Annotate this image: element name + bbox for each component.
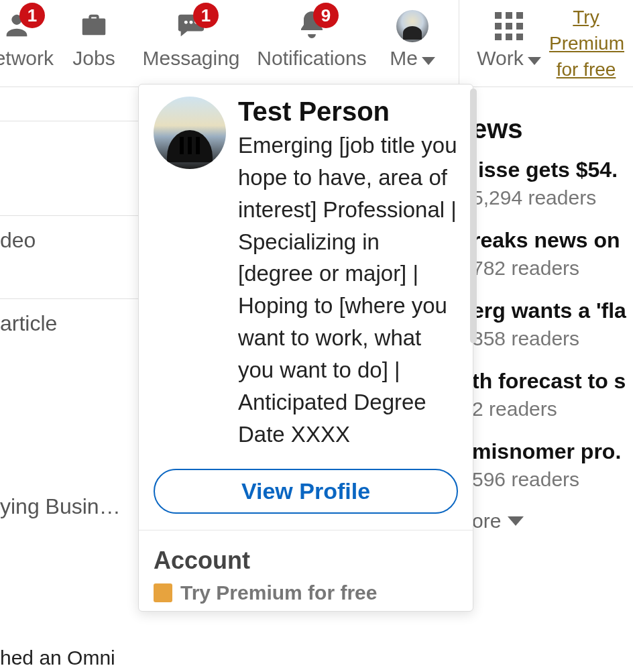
left-article[interactable]: article bbox=[0, 298, 141, 348]
nav-jobs-label: Jobs bbox=[72, 47, 115, 70]
left-video[interactable]: deo bbox=[0, 215, 141, 265]
chevron-down-icon bbox=[508, 516, 524, 526]
nav-divider bbox=[459, 0, 459, 87]
badge-messaging: 1 bbox=[193, 3, 219, 28]
briefcase-icon bbox=[76, 9, 111, 43]
profile-name: Test Person bbox=[238, 97, 458, 127]
svg-point-2 bbox=[190, 21, 193, 24]
top-nav: 1 Network Jobs 1 Messaging 9 Notificatio… bbox=[0, 0, 633, 87]
show-more[interactable]: ore bbox=[472, 510, 633, 533]
view-profile-button[interactable]: View Profile bbox=[154, 469, 458, 514]
try-premium-row[interactable]: Try Premium for free bbox=[139, 581, 473, 611]
news-meta: 5,294 readers bbox=[472, 186, 633, 209]
news-headline: misnomer pro. bbox=[472, 439, 633, 464]
nav-me[interactable]: Me bbox=[376, 0, 449, 70]
feed-fragment: hed an Omni bbox=[0, 644, 141, 672]
news-meta: 596 readers bbox=[472, 468, 633, 491]
news-headline: iisse gets $54. bbox=[472, 158, 633, 182]
news-headline: th forecast to s bbox=[472, 369, 633, 394]
chevron-down-icon bbox=[528, 57, 541, 65]
chevron-down-icon bbox=[422, 57, 435, 65]
news-meta: 2 readers bbox=[472, 398, 633, 421]
avatar-icon bbox=[396, 10, 428, 42]
show-more-label: ore bbox=[472, 510, 501, 533]
account-heading: Account bbox=[139, 530, 473, 581]
grid-icon bbox=[495, 12, 523, 40]
scrollbar[interactable] bbox=[470, 89, 477, 343]
news-meta: 358 readers bbox=[472, 327, 633, 350]
premium-icon bbox=[154, 583, 172, 602]
news-item[interactable]: th forecast to s 2 readers bbox=[472, 369, 633, 421]
svg-point-1 bbox=[184, 21, 188, 24]
profile-headline: Emerging [job title you hope to have, ar… bbox=[238, 129, 458, 450]
nav-notifications[interactable]: 9 Notifications bbox=[248, 0, 376, 70]
news-headline: erg wants a 'fla bbox=[472, 298, 633, 323]
left-business: ying Busin… bbox=[0, 482, 141, 531]
news-meta: 782 readers bbox=[472, 257, 633, 280]
me-dropdown: Test Person Emerging [job title you hope… bbox=[138, 84, 473, 612]
nav-notifications-label: Notifications bbox=[257, 47, 366, 70]
nav-me-label: Me bbox=[390, 47, 435, 70]
nav-network-label: Network bbox=[0, 47, 54, 70]
nav-work-label: Work bbox=[477, 47, 540, 70]
premium-link[interactable]: Try Premium for free bbox=[549, 4, 623, 83]
news-column: ews iisse gets $54. 5,294 readers reaks … bbox=[472, 114, 633, 533]
news-item[interactable]: iisse gets $54. 5,294 readers bbox=[472, 158, 633, 209]
nav-network[interactable]: 1 Network bbox=[0, 0, 54, 70]
badge-notifications: 9 bbox=[313, 3, 339, 28]
nav-work[interactable]: Work bbox=[469, 0, 549, 70]
nav-jobs[interactable]: Jobs bbox=[54, 0, 134, 70]
left-column: deo article ying Busin… bbox=[0, 87, 141, 531]
news-item[interactable]: reaks news on 782 readers bbox=[472, 228, 633, 280]
news-item[interactable]: misnomer pro. 596 readers bbox=[472, 439, 633, 491]
profile-avatar[interactable] bbox=[154, 97, 226, 169]
nav-messaging[interactable]: 1 Messaging bbox=[134, 0, 248, 70]
try-premium-label: Try Premium for free bbox=[180, 581, 377, 604]
news-headline: reaks news on bbox=[472, 228, 633, 253]
news-item[interactable]: erg wants a 'fla 358 readers bbox=[472, 298, 633, 350]
news-title: ews bbox=[472, 114, 633, 144]
badge-network: 1 bbox=[19, 3, 45, 28]
nav-messaging-label: Messaging bbox=[142, 47, 239, 70]
